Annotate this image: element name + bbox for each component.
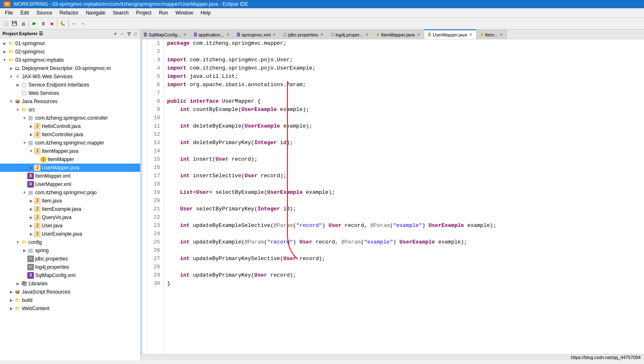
pe-menu[interactable]: ▽ [126, 31, 132, 37]
tree-item-jaxws[interactable]: ▼ ⚙ JAX-WS Web Services [0, 72, 140, 81]
tab-usermapper-java[interactable]: J UserMapper.java ✕ [424, 29, 477, 39]
tree-item-libraries[interactable]: ▶ 📚 Libraries [0, 280, 140, 288]
tab-log4j-prop[interactable]: P log4j.proper... ✕ [328, 29, 373, 39]
tree-item-itemmapper-interface[interactable]: ▶ I ItemMapper [0, 155, 140, 164]
expander-spring[interactable]: ▶ [22, 247, 27, 254]
pe-collapse-all[interactable]: ≡ [113, 31, 118, 37]
tree-item-src[interactable]: ▼ 📁 src [0, 106, 140, 114]
tree-item-usermapper-xml[interactable]: ▶ X UserMapper.xml [0, 180, 140, 188]
toolbar-print[interactable]: 🖨 [19, 19, 27, 28]
expander-itemcontroller[interactable]: ▶ [28, 131, 34, 138]
tree-item-itemexample-java[interactable]: ▶ J ItemExample.java [0, 205, 140, 213]
tree-item-webservices[interactable]: ▶ ⬡ Web Services [0, 89, 140, 97]
tab-close-itemmapper-java[interactable]: ✕ [417, 32, 421, 37]
expander-itemmapper-java[interactable]: ▼ [28, 147, 34, 155]
tab-item[interactable]: J Item... ✕ [476, 29, 507, 39]
tree-item-hellocontroll[interactable]: ▶ J HelloControll.java [0, 122, 140, 130]
expander-02springmvc[interactable]: ▶ [2, 48, 7, 55]
toolbar-back[interactable]: ← [70, 19, 78, 28]
expander-pkg-controller[interactable]: ▼ [22, 114, 27, 122]
expander-item-java[interactable]: ▶ [28, 197, 34, 205]
toolbar-run[interactable]: ▶ [30, 19, 38, 28]
tree-item-usermapper-java[interactable]: ▶ J UserMapper.java [0, 164, 140, 172]
tree-item-sqlmapconfig-xml[interactable]: ▶ X SqlMapConfig.xml [0, 271, 140, 280]
tab-close-application[interactable]: ✕ [226, 32, 230, 37]
tree-item-03springmvc[interactable]: ▼ 📁 03-springmvc-mybatis [0, 56, 140, 64]
tab-jdbc-prop[interactable]: P jdbc.properties ✕ [280, 29, 328, 39]
menu-refactor[interactable]: Refactor [56, 9, 81, 17]
code-content[interactable]: package com.itzheng.springmvc.mapper; im… [164, 39, 644, 354]
tree-item-jdbc-properties[interactable]: ▶ P jdbc.properties [0, 255, 140, 263]
tab-close-item[interactable]: ✕ [499, 32, 503, 37]
expander-hellocontroll[interactable]: ▶ [28, 123, 34, 130]
toolbar-save[interactable]: 💾 [10, 19, 19, 28]
toolbar-debug[interactable]: 🐛 [59, 19, 67, 28]
menu-edit[interactable]: Edit [17, 9, 32, 17]
expander-pkg-mapper[interactable]: ▼ [22, 139, 27, 147]
menu-search[interactable]: Search [110, 9, 132, 17]
tree-item-user-java[interactable]: ▶ J User.java [0, 222, 140, 230]
menu-window[interactable]: Window [172, 9, 196, 17]
tree-item-sei[interactable]: ▶ ⬡ Service Endpoint Interfaces [0, 81, 140, 89]
tab-close-springmvc-xml[interactable]: ✕ [272, 32, 276, 37]
menu-run[interactable]: Run [156, 9, 171, 17]
tree-item-webcontent[interactable]: ▶ 📁 WebContent [0, 304, 140, 313]
expander-config[interactable]: ▼ [15, 239, 21, 246]
tab-application[interactable]: X application... ✕ [191, 29, 234, 39]
tree-item-itemmapper-java[interactable]: ▼ J ItemMapper.java [0, 147, 140, 155]
tree-item-itemcontroller[interactable]: ▶ J ItemController.java [0, 130, 140, 139]
expander-src[interactable]: ▼ [15, 106, 21, 113]
expander-user-java[interactable]: ▶ [28, 222, 34, 229]
tab-springmvc-xml[interactable]: X springmvc.xml ✕ [234, 29, 280, 39]
tree-item-log4j-properties[interactable]: ▶ P log4j.properties [0, 263, 140, 271]
tree-item-build[interactable]: ▶ 📁 build [0, 296, 140, 304]
expander-sei[interactable]: ▶ [15, 81, 21, 89]
menu-project[interactable]: Project [133, 9, 155, 17]
tree-item-01springmvc[interactable]: ▶ 📁 01-springmvc [0, 39, 140, 48]
expander-itemexample-java[interactable]: ▶ [28, 205, 34, 213]
tree-item-queryvo-java[interactable]: ▶ J QueryVo.java [0, 213, 140, 222]
expander-jaxws[interactable]: ▼ [8, 73, 14, 80]
tab-sqlmap[interactable]: X SqlMapConfig... ✕ [141, 29, 191, 39]
expander-webcontent[interactable]: ▶ [8, 305, 14, 312]
menu-navigate[interactable]: Navigate [82, 9, 108, 17]
tab-close-jdbc-prop[interactable]: ✕ [320, 32, 324, 37]
code-editor[interactable]: 1 2 3 4 5 6 7 8 9 10 11 12 13 14 15 16 1… [141, 39, 644, 354]
toolbar-forward[interactable]: → [79, 19, 87, 28]
tree-item-userexample-java[interactable]: ▶ J UserExample.java [0, 230, 140, 238]
toolbar-pause[interactable]: ⏸ [39, 19, 47, 28]
tree-item-itemmapper-xml[interactable]: ▶ X ItemMapper.xml [0, 172, 140, 180]
tab-close-sqlmap[interactable]: ✕ [183, 32, 187, 37]
pe-minimize[interactable]: □ [133, 31, 138, 37]
expander-java-resources[interactable]: ▼ [8, 98, 14, 105]
tree-item-02springmvc[interactable]: ▶ 📁 02-springmvc [0, 48, 140, 56]
expander-usermapper-java[interactable]: ▶ [28, 164, 34, 171]
toolbar-stop[interactable]: ■ [48, 19, 56, 28]
tree-item-config[interactable]: ▼ 📁 config [0, 238, 140, 246]
tab-close-log4j-prop[interactable]: ✕ [365, 32, 369, 37]
expander-userexample-java[interactable]: ▶ [28, 230, 34, 238]
expander-queryvo-java[interactable]: ▶ [28, 214, 34, 221]
menu-source[interactable]: Source [33, 9, 55, 17]
expander-libraries[interactable]: ▶ [15, 280, 21, 287]
expander-pkg-pojo[interactable]: ▼ [22, 189, 27, 196]
tree-item-js-resources[interactable]: ▶ 📦 JavaScript Resources [0, 288, 140, 296]
tab-itemmapper-java[interactable]: J ItemMapper.java ✕ [373, 29, 424, 39]
expander-deployment[interactable]: ▶ [8, 65, 14, 72]
tree-item-java-resources[interactable]: ▼ 📦 Java Resources [0, 97, 140, 106]
pe-link-editor[interactable]: ↔ [119, 31, 125, 37]
tree-item-deployment[interactable]: ▶ 🗂 Deployment Descriptor: 03-springmvc-… [0, 64, 140, 72]
tree-item-pkg-mapper[interactable]: ▼ ⊞ com.itzheng.springmvc.mapper [0, 139, 140, 147]
expander-03springmvc[interactable]: ▼ [2, 56, 7, 64]
menu-help[interactable]: Help [197, 9, 214, 17]
expander-01springmvc[interactable]: ▶ [2, 40, 7, 47]
tree-item-spring[interactable]: ▶ ⊞ spring [0, 246, 140, 255]
menu-file[interactable]: File [2, 9, 16, 17]
expander-build[interactable]: ▶ [8, 297, 14, 304]
expander-js-resources[interactable]: ▶ [8, 288, 14, 296]
toolbar-new[interactable]: ⬜ [2, 19, 10, 28]
tree-item-pkg-controller[interactable]: ▼ ⊞ com.itzheng.springmvc.controller [0, 114, 140, 122]
tree-item-item-java[interactable]: ▶ J Item.java [0, 197, 140, 205]
tab-close-usermapper-java[interactable]: ✕ [469, 32, 473, 37]
tree-item-pkg-pojo[interactable]: ▼ ⊞ com.itzheng.springmvc.pojo [0, 188, 140, 197]
